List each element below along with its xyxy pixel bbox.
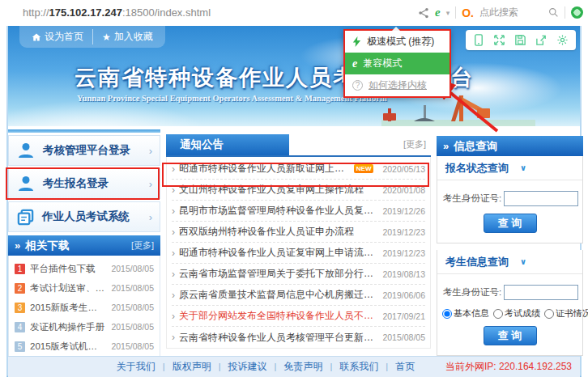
search-icon[interactable] bbox=[548, 7, 559, 18]
fullscreen-icon[interactable] bbox=[493, 34, 505, 46]
divider bbox=[565, 6, 565, 19]
download-item[interactable]: 4 发证机构操作手册 2015/08/05 bbox=[9, 317, 160, 337]
footer-link[interactable]: 联系我们 bbox=[322, 360, 378, 374]
settings-gear-icon[interactable] bbox=[556, 34, 569, 46]
notices-list: 昭通市特种设备作业人员新取证网上报名流程 NEW 2020/05/13 文山州特… bbox=[166, 157, 431, 349]
notice-title: 文山州特种设备作业人员复审网上操作流程 bbox=[179, 183, 364, 197]
chevron-right-icon bbox=[149, 211, 152, 223]
radio-input[interactable] bbox=[544, 309, 554, 319]
download-item[interactable]: 1 平台插件包下载 2015/08/05 bbox=[9, 259, 160, 278]
download-item[interactable]: 3 2015新版考生操作... 2015/08/05 bbox=[9, 298, 160, 317]
download-item[interactable]: 5 2015版考试机构操... 2015/08/05 bbox=[9, 337, 160, 356]
candidate-user-icon bbox=[16, 174, 36, 193]
browser-search-input[interactable]: 点此搜索 bbox=[479, 6, 543, 19]
lightning-icon bbox=[352, 36, 361, 47]
sidebar-item-admin-login[interactable]: 考核管理平台登录 bbox=[8, 135, 160, 166]
registration-status-panel: 报名状态查询 考生身份证号: 查 询 bbox=[437, 156, 583, 243]
radio-option[interactable]: 基本信息 bbox=[442, 307, 489, 320]
registration-status-toggle[interactable]: 报名状态查询 bbox=[437, 156, 582, 180]
footer-link[interactable]: 关于我们 bbox=[117, 360, 156, 374]
notice-title: 昭通市特种设备作业人员证复审网上申请流程及相... bbox=[179, 246, 373, 260]
notice-item[interactable]: 云南省特种设备作业人员考核管理平台更新至20... 2015/08/05 bbox=[172, 327, 425, 348]
bullet-arrow-icon bbox=[172, 205, 175, 217]
notice-date: 2020/01/08 bbox=[377, 185, 425, 195]
radio-label: 基本信息 bbox=[454, 307, 489, 320]
id-number-input[interactable] bbox=[504, 285, 578, 300]
kernel-dropdown-chevron[interactable]: ▾ bbox=[446, 9, 450, 17]
notice-item[interactable]: 昭通市特种设备作业人员证复审网上申请流程及相... 2019/12/23 bbox=[172, 243, 425, 264]
sidebar-item-exam-system[interactable]: 作业人员考试系统 bbox=[8, 201, 160, 232]
footer-link[interactable]: 投诉建议 bbox=[211, 360, 267, 374]
menu-item-compat-mode[interactable]: e 兼容模式 bbox=[345, 53, 450, 74]
notice-item[interactable]: 云南省市场监督管理局关于委托下放部分行政许可... 2019/08/13 bbox=[172, 264, 425, 285]
download-date: 2015/08/05 bbox=[111, 341, 154, 351]
url-field[interactable]: http://175.102.17.247:18500/index.shtml bbox=[23, 6, 211, 19]
downloads-more-link[interactable]: [更多] bbox=[131, 239, 154, 252]
download-item[interactable]: 2 考试计划送审、审核 ... 2015/08/05 bbox=[9, 278, 160, 298]
ie-icon: e bbox=[352, 57, 357, 70]
radio-label: 考试成绩 bbox=[505, 307, 540, 320]
notice-item[interactable]: 昭通市特种设备作业人员新取证网上报名流程 NEW 2020/05/13 bbox=[172, 159, 425, 180]
mobile-icon[interactable] bbox=[473, 34, 484, 46]
browser-address-bar: http://175.102.17.247:18500/index.shtml … bbox=[0, 0, 588, 25]
header-toolbar bbox=[466, 30, 576, 50]
notice-date: 2019/06/06 bbox=[377, 290, 425, 300]
star-icon: ★ bbox=[102, 32, 111, 43]
id-number-label: 考生身份证号: bbox=[443, 286, 501, 298]
sidebar-item-candidate-login[interactable]: 考生报名登录 bbox=[8, 168, 160, 199]
rank-badge: 5 bbox=[15, 341, 25, 352]
footer-link[interactable]: 版权声明 bbox=[156, 360, 211, 374]
notice-item[interactable]: 文山州特种设备作业人员复审网上操作流程 2020/01/08 bbox=[172, 180, 425, 201]
query-button[interactable]: 查 询 bbox=[484, 214, 537, 233]
menu-notch bbox=[392, 23, 400, 31]
share-export-icon[interactable] bbox=[535, 34, 548, 46]
downloads-header: 相关下载 [更多] bbox=[8, 235, 160, 256]
menu-item-speed-mode[interactable]: 极速模式 (推荐) bbox=[345, 31, 450, 53]
manager-user-icon bbox=[16, 141, 36, 160]
share-icon[interactable] bbox=[418, 7, 429, 19]
notice-title: 云南省特种设备作业人员考核管理平台更新至20... bbox=[179, 331, 373, 345]
site-footer: 关于我们版权声明投诉建议免责声明联系我们首页 当前外网IP: 220.164.1… bbox=[8, 356, 580, 377]
notice-item[interactable]: 原云南省质量技术监督局信息中心机房搬迁公告 2019/06/06 bbox=[172, 285, 425, 306]
notice-item[interactable]: 关于部分网站发布全国特种设备作业人员不实信息... 2017/09/21 bbox=[172, 306, 425, 327]
chevron-down-icon bbox=[520, 163, 526, 172]
notice-date: 2020/05/13 bbox=[377, 164, 425, 174]
bullet-arrow-icon bbox=[172, 226, 175, 238]
double-chevron-icon bbox=[15, 239, 20, 252]
external-ip-readout: 当前外网IP: 220.164.192.253 bbox=[445, 360, 572, 374]
chevron-right-icon bbox=[149, 178, 152, 190]
radio-input[interactable] bbox=[442, 309, 452, 319]
tab-notices[interactable]: 通知公告 bbox=[166, 134, 289, 155]
id-number-label: 考生身份证号: bbox=[443, 193, 501, 205]
bullet-arrow-icon bbox=[172, 163, 175, 175]
notice-item[interactable]: 西双版纳州特种设备作业人员证申办流程 2019/12/23 bbox=[172, 222, 425, 243]
download-title: 发证机构操作手册 bbox=[30, 321, 106, 333]
browser-status-icon[interactable] bbox=[571, 6, 583, 19]
set-homepage-link[interactable]: 设为首页 bbox=[23, 29, 92, 44]
bullet-arrow-icon bbox=[172, 184, 175, 196]
footer-link[interactable]: 首页 bbox=[378, 360, 415, 374]
radio-option[interactable]: 证书情况 bbox=[544, 307, 588, 320]
notice-date: 2019/12/23 bbox=[377, 227, 425, 237]
site-header-banner: 设为首页 ★ 加入收藏 云南省特种设备作业人员考核管理平台 Yunnan Pro… bbox=[8, 26, 580, 126]
footer-link[interactable]: 免责声明 bbox=[267, 360, 323, 374]
new-badge: NEW bbox=[354, 164, 374, 173]
candidate-info-toggle[interactable]: 考生信息查询 bbox=[437, 250, 582, 274]
notices-more-link[interactable]: [更多] bbox=[403, 138, 431, 155]
rank-badge: 4 bbox=[15, 322, 25, 332]
query-button[interactable]: 查 询 bbox=[484, 326, 537, 345]
radio-option[interactable]: 考试成绩 bbox=[493, 307, 540, 320]
id-number-input[interactable] bbox=[504, 191, 578, 206]
ie-mode-icon[interactable]: e bbox=[435, 6, 441, 19]
notice-date: 2015/08/05 bbox=[377, 332, 425, 342]
notice-title: 原云南省质量技术监督局信息中心机房搬迁公告 bbox=[179, 288, 373, 302]
bullet-arrow-icon bbox=[172, 290, 175, 301]
download-title: 2015新版考生操作... bbox=[30, 302, 106, 314]
notice-item[interactable]: 昆明市市场监督管理局特种设备作业人员复审流程... 2019/12/26 bbox=[172, 201, 425, 222]
radio-input[interactable] bbox=[493, 309, 503, 319]
menu-item-kernel-help[interactable]: 如何选择内核 bbox=[345, 74, 450, 96]
add-favorite-link[interactable]: ★ 加入收藏 bbox=[92, 29, 162, 44]
chevron-right-icon bbox=[149, 145, 152, 157]
save-icon[interactable] bbox=[514, 34, 526, 46]
divider bbox=[8, 129, 160, 133]
